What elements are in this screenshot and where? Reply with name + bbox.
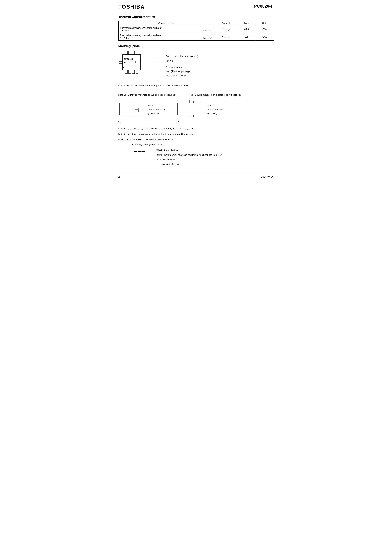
svg-rect-19 xyxy=(135,108,139,110)
svg-rect-18 xyxy=(135,110,139,112)
lot-no-label: Lot No. xyxy=(166,59,174,63)
notes-section: Note 1: Ensure that the channel temperat… xyxy=(119,84,274,166)
board-b-content: FR-4 25.4 × 25.4 × 0.8 (Unit: mm) xyxy=(177,100,224,119)
svg-rect-25 xyxy=(189,100,196,103)
char-cell-1: Thermal resistance, channel to ambient (… xyxy=(119,26,214,33)
thermal-title: Thermal Characteristics xyxy=(119,15,274,19)
note1: Note 1: Ensure that the channel temperat… xyxy=(119,84,274,88)
svg-rect-2 xyxy=(132,51,134,55)
max-cell-1: 65.8 xyxy=(238,26,255,33)
svg-rect-12 xyxy=(129,70,131,74)
svg-rect-13 xyxy=(132,70,134,74)
pb-free-label: A line indicates lead (Pb)-free package … xyxy=(166,65,198,78)
unit-cell-1: °C/W xyxy=(255,26,273,33)
svg-text:TPC8020: TPC8020 xyxy=(124,58,133,60)
svg-rect-20 xyxy=(177,103,200,115)
page-number: 2 xyxy=(119,175,120,178)
part-number: TPC8020-H xyxy=(252,4,273,9)
weekly-boxes xyxy=(133,148,145,152)
footer-date: 2004-07-06 xyxy=(261,175,274,178)
weekly-code-label: ∗ Weekly code: (Three digits) xyxy=(132,143,274,147)
svg-rect-17 xyxy=(119,103,142,115)
note4: Note 4: Repetitive rating: pulse width l… xyxy=(119,132,274,136)
board-b-svg xyxy=(177,100,204,119)
svg-rect-8 xyxy=(129,61,135,65)
table-row: Thermal resistance, channel to ambient (… xyxy=(119,33,273,41)
board-a: FR-4 25.4 × 25.4 × 0.8 (Unit: mm) (a) xyxy=(119,100,165,124)
marking-section: Marking (Note 5) TPC8020 H xyxy=(119,44,274,81)
svg-rect-0 xyxy=(125,51,127,55)
col-header-unit: Unit xyxy=(255,21,273,26)
symbol-cell-1: Rth (ch·a) xyxy=(214,26,238,33)
table-row: Thermal resistance, channel to ambient (… xyxy=(119,26,273,33)
svg-rect-11 xyxy=(125,70,127,74)
board-a-specs: FR-4 25.4 × 25.4 × 0.8 (Unit: mm) xyxy=(148,104,165,115)
svg-rect-15 xyxy=(119,61,123,64)
col-header-symbol: Symbol xyxy=(214,21,238,26)
svg-point-7 xyxy=(123,67,124,68)
page-header: TOSHIBA TPC8020-H xyxy=(119,4,274,11)
ic-package-svg: TPC8020 H xyxy=(119,50,146,81)
page-footer: 2 2004-07-06 xyxy=(119,174,274,178)
thermal-table: Characteristics Symbol Max Unit Thermal … xyxy=(119,21,274,41)
note3: Note 3: VDD = 24 V, Tch = 25°C (initial)… xyxy=(119,127,274,131)
note2b-label: (b) Device mounted on a glass-epoxy boar… xyxy=(191,93,241,97)
weekly-code-section: ∗ Weekly code: (Three digits) xyxy=(132,143,274,166)
max-cell-2: 125 xyxy=(238,33,255,41)
svg-rect-3 xyxy=(136,51,138,55)
svg-rect-14 xyxy=(136,70,138,74)
part-no-label: Part No. (or abbreviation code) xyxy=(166,54,198,59)
logo: TOSHIBA xyxy=(119,4,145,10)
board-b: FR-4 25.4 × 25.4 × 0.8 (Unit: mm) (b) xyxy=(177,100,224,124)
board-b-caption: (b) xyxy=(177,120,179,124)
note5: Note 5: ● on lower left of the marking i… xyxy=(119,138,274,141)
board-a-content: FR-4 25.4 × 25.4 × 0.8 (Unit: mm) xyxy=(119,100,165,119)
thermal-section: Thermal Characteristics Characteristics … xyxy=(119,15,274,41)
board-a-caption: (a) xyxy=(119,120,121,124)
svg-rect-1 xyxy=(129,51,131,55)
col-header-max: Max xyxy=(238,21,255,26)
note2-section: Note 2: (a) Device mounted on a glass-ep… xyxy=(119,93,274,124)
char-cell-2: Thermal resistance, channel to ambient (… xyxy=(119,33,214,41)
board-a-svg xyxy=(119,100,146,119)
marking-title: Marking (Note 5) xyxy=(119,44,274,48)
col-header-characteristics: Characteristics xyxy=(119,21,214,26)
unit-cell-2: °C/W xyxy=(255,33,273,41)
weekly-lines-svg xyxy=(133,150,171,165)
symbol-cell-2: Rth (ch·a) xyxy=(214,33,238,41)
board-diagrams: FR-4 25.4 × 25.4 × 0.8 (Unit: mm) (a) xyxy=(119,100,274,124)
svg-text:H: H xyxy=(124,61,126,64)
note2a-label: Note 2: (a) Device mounted on a glass-ep… xyxy=(119,93,176,97)
board-b-specs: FR-4 25.4 × 25.4 × 0.8 (Unit: mm) xyxy=(206,104,224,115)
marking-diagram: TPC8020 H Part No. (or abbreviation xyxy=(119,50,274,81)
marking-labels: Part No. (or abbreviation code) Lot No. … xyxy=(154,54,198,78)
